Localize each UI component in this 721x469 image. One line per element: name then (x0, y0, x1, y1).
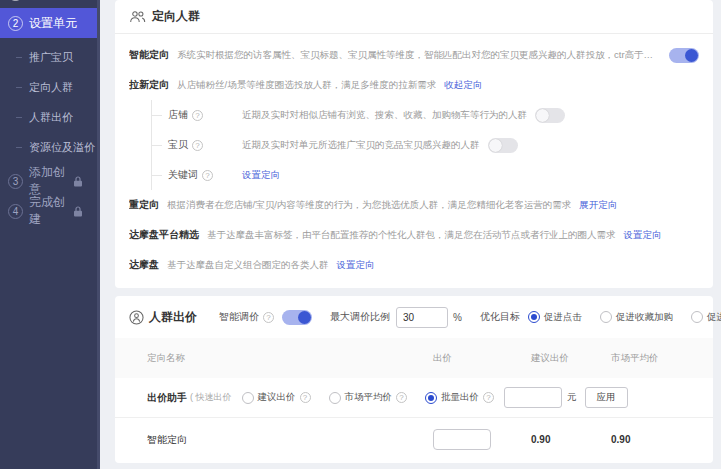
child-label-wrap: 宝贝 ? (168, 138, 242, 152)
wizard-sidebar: 1 设置计划 2 设置单元 推广宝贝 定向人群 人群出价 资源位及溢价 3 添加… (0, 0, 100, 469)
sidebar-item-audience-bid[interactable]: 人群出价 (0, 102, 97, 132)
item-targeting-toggle[interactable] (488, 138, 518, 153)
new-customer-sub-rows: 店铺 ? 近期及实时对相似店铺有浏览、搜索、收藏、加购物车等行为的人群 宝贝 ?… (151, 100, 699, 190)
market-avg-radio-item[interactable]: 市场平均价 ? (329, 391, 408, 404)
suggest-bid-radio-item[interactable]: 建议出价 ? (242, 391, 311, 404)
row-label: 重定向 (129, 198, 159, 212)
help-icon[interactable]: ? (192, 140, 203, 151)
batch-bid-input[interactable] (504, 387, 562, 408)
row-label: 拉新定向 (129, 78, 169, 92)
dmp-platform-picks-row: 达摩盘平台精选 基于达摩盘丰富标签，由平台配置推荐的个性化人群包，满足您在活动节… (129, 220, 699, 250)
main-content: 定向人群 智能定向 系统实时根据您的访客属性、宝贝标题、宝贝属性等维度，智能匹配… (115, 0, 713, 469)
smart-targeting-toggle[interactable] (669, 48, 699, 63)
card-title: 定向人群 (152, 8, 200, 25)
targeting-name-cell: 智能定向 (147, 433, 433, 447)
sidebar-step-creative[interactable]: 3 添加创意 (0, 166, 97, 196)
currency-unit: 元 (567, 391, 577, 404)
radio-icon[interactable] (528, 311, 540, 323)
step-number-badge: 2 (8, 16, 23, 31)
child-label: 店铺 (168, 108, 188, 122)
batch-bid-radio-item[interactable]: 批量出价 ? (425, 391, 494, 404)
smart-bid-toggle[interactable] (282, 310, 312, 325)
sidebar-item-promote-item[interactable]: 推广宝贝 (0, 42, 97, 72)
step-label: 设置单元 (29, 15, 77, 32)
child-label: 宝贝 (168, 138, 188, 152)
help-icon[interactable]: ? (192, 110, 203, 121)
step-label: 添加创意 (29, 164, 67, 198)
radio-icon[interactable] (329, 392, 341, 404)
bid-table-row: 智能定向 0.90 0.90 (115, 418, 713, 461)
smart-bid-label: 智能调价 (219, 310, 259, 324)
step-number-badge: 3 (8, 174, 23, 189)
card-title: 人群出价 (149, 309, 197, 326)
apply-button[interactable]: 应用 (585, 387, 628, 408)
max-ratio-input[interactable] (396, 307, 448, 328)
target-favorite-radio-item[interactable]: 促进收藏加购 (600, 311, 673, 324)
sidebar-step-plan[interactable]: 1 设置计划 (0, 0, 97, 8)
radio-icon[interactable] (691, 311, 703, 323)
row-description: 根据消费者在您店铺/宝贝/内容等维度的行为，为您挑选优质人群，满足您精细化老客运… (167, 199, 571, 212)
bid-helper-prefix: ( 快速出价 (190, 391, 232, 404)
expand-targeting-link[interactable]: 展开定向 (579, 199, 617, 212)
column-header-bid: 出价 (433, 352, 531, 365)
row-label: 达摩盘 (129, 258, 159, 272)
suggest-bid-cell: 0.90 (531, 434, 611, 445)
sidebar-item-placement-premium[interactable]: 资源位及溢价 (0, 132, 97, 162)
bid-helper-label: 出价助手 (147, 391, 187, 405)
step-label: 设置计划 (29, 0, 77, 2)
row-description: 系统实时根据您的访客属性、宝贝标题、宝贝属性等维度，智能匹配出对您的宝贝更感兴趣… (177, 49, 661, 62)
dmp-set-targeting-link[interactable]: 设置定向 (337, 259, 375, 272)
row-label: 达摩盘平台精选 (129, 228, 199, 242)
row-description: 基于达摩盘自定义组合圈定的各类人群 (167, 259, 329, 272)
sidebar-step-unit[interactable]: 2 设置单元 (0, 8, 97, 38)
collapse-targeting-link[interactable]: 收起定向 (444, 79, 482, 92)
radio-label: 促进成交 (707, 311, 721, 324)
dmp-picks-set-targeting-link[interactable]: 设置定向 (624, 229, 662, 242)
audience-card-header: 定向人群 (115, 0, 713, 34)
column-header-name: 定向名称 (147, 352, 433, 365)
row-description: 近期及实时对相似店铺有浏览、搜索、收藏、加购物车等行为的人群 (242, 109, 527, 122)
keyword-set-targeting-link[interactable]: 设置定向 (242, 169, 280, 182)
radio-icon[interactable] (600, 311, 612, 323)
audience-targeting-card: 定向人群 智能定向 系统实时根据您的访客属性、宝贝标题、宝贝属性等维度，智能匹配… (115, 0, 713, 288)
child-label: 关键词 (168, 168, 198, 182)
item-targeting-row: 宝贝 ? 近期及实时对单元所选推广宝贝的竞品宝贝感兴趣的人群 (152, 130, 699, 160)
step-label: 完成创建 (29, 194, 67, 228)
radio-label: 建议出价 (258, 391, 296, 404)
dmp-row: 达摩盘 基于达摩盘自定义组合圈定的各类人群 设置定向 (129, 250, 699, 280)
shop-targeting-toggle[interactable] (535, 108, 565, 123)
bid-table-header: 定向名称 出价 建议出价 市场平均价 (115, 338, 713, 378)
column-header-suggest: 建议出价 (531, 352, 611, 365)
sidebar-step-finish[interactable]: 4 完成创建 (0, 196, 97, 226)
help-icon[interactable]: ? (202, 170, 213, 181)
row-description: 近期及实时对单元所选推广宝贝的竞品宝贝感兴趣的人群 (242, 139, 480, 152)
radio-label: 促进点击 (544, 311, 582, 324)
step-number-badge: 1 (8, 0, 23, 1)
radio-label: 促进收藏加购 (616, 311, 673, 324)
smart-targeting-bid-input[interactable] (433, 429, 491, 450)
bid-title-wrap: 人群出价 (129, 309, 197, 326)
column-header-market: 市场平均价 (611, 352, 699, 365)
audience-rows: 智能定向 系统实时根据您的访客属性、宝贝标题、宝贝属性等维度，智能匹配出对您的宝… (115, 34, 713, 280)
sub-item-label: 人群出价 (29, 110, 73, 125)
lock-icon (73, 176, 83, 187)
help-icon[interactable]: ? (263, 312, 274, 323)
person-circle-icon (129, 310, 144, 325)
audience-crowd-icon (129, 9, 146, 24)
target-click-radio-item[interactable]: 促进点击 (528, 311, 582, 324)
lock-icon (73, 206, 83, 217)
market-avg-cell: 0.90 (611, 434, 699, 445)
row-description: 基于达摩盘丰富标签，由平台配置推荐的个性化人群包，满足您在活动节点或者行业上的圈… (207, 229, 616, 242)
help-icon[interactable]: ? (483, 392, 494, 403)
bid-input-cell (433, 429, 531, 450)
help-icon[interactable]: ? (396, 392, 407, 403)
target-conversion-radio-item[interactable]: 促进成交 (691, 311, 721, 324)
radio-icon[interactable] (425, 392, 437, 404)
step-sub-list: 推广宝贝 定向人群 人群出价 资源位及溢价 (0, 38, 97, 166)
sidebar-item-audience[interactable]: 定向人群 (0, 72, 97, 102)
keyword-targeting-row: 关键词 ? 设置定向 (152, 160, 699, 190)
radio-label: 市场平均价 (345, 391, 393, 404)
help-icon[interactable]: ? (300, 392, 311, 403)
shop-targeting-row: 店铺 ? 近期及实时对相似店铺有浏览、搜索、收藏、加购物车等行为的人群 (152, 100, 699, 130)
radio-icon[interactable] (242, 392, 254, 404)
